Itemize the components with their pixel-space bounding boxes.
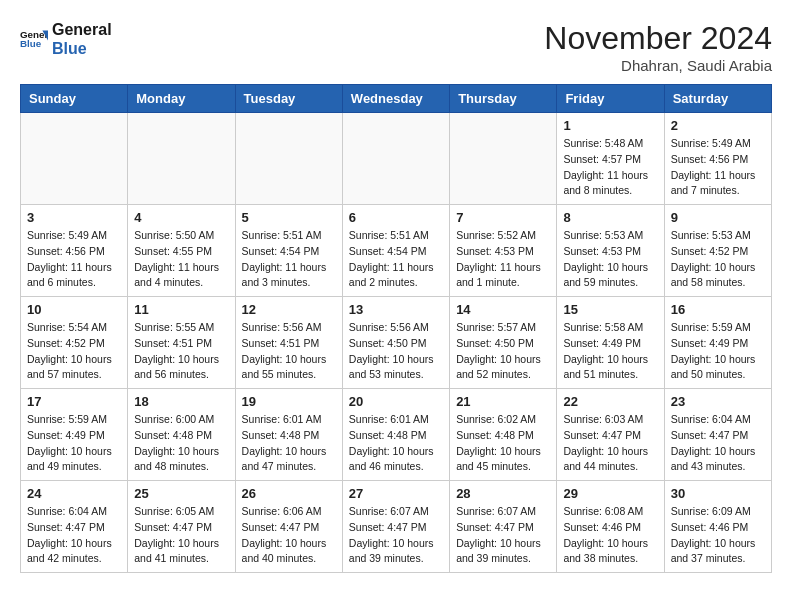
day-number: 23 [671, 394, 765, 409]
day-cell: 1Sunrise: 5:48 AMSunset: 4:57 PMDaylight… [557, 113, 664, 205]
week-row-1: 1Sunrise: 5:48 AMSunset: 4:57 PMDaylight… [21, 113, 772, 205]
day-number: 27 [349, 486, 443, 501]
month-title: November 2024 [544, 20, 772, 57]
day-number: 22 [563, 394, 657, 409]
day-cell: 21Sunrise: 6:02 AMSunset: 4:48 PMDayligh… [450, 389, 557, 481]
day-number: 28 [456, 486, 550, 501]
day-cell: 16Sunrise: 5:59 AMSunset: 4:49 PMDayligh… [664, 297, 771, 389]
day-info: Sunrise: 5:50 AMSunset: 4:55 PMDaylight:… [134, 228, 228, 291]
day-info: Sunrise: 5:53 AMSunset: 4:53 PMDaylight:… [563, 228, 657, 291]
day-info: Sunrise: 6:05 AMSunset: 4:47 PMDaylight:… [134, 504, 228, 567]
day-info: Sunrise: 5:51 AMSunset: 4:54 PMDaylight:… [242, 228, 336, 291]
day-info: Sunrise: 5:51 AMSunset: 4:54 PMDaylight:… [349, 228, 443, 291]
day-cell: 30Sunrise: 6:09 AMSunset: 4:46 PMDayligh… [664, 481, 771, 573]
day-number: 5 [242, 210, 336, 225]
day-info: Sunrise: 6:01 AMSunset: 4:48 PMDaylight:… [349, 412, 443, 475]
day-number: 10 [27, 302, 121, 317]
day-info: Sunrise: 6:08 AMSunset: 4:46 PMDaylight:… [563, 504, 657, 567]
day-info: Sunrise: 5:55 AMSunset: 4:51 PMDaylight:… [134, 320, 228, 383]
day-number: 9 [671, 210, 765, 225]
svg-text:Blue: Blue [20, 39, 42, 50]
logo-text-blue: Blue [52, 39, 112, 58]
col-header-thursday: Thursday [450, 85, 557, 113]
day-number: 17 [27, 394, 121, 409]
day-cell: 23Sunrise: 6:04 AMSunset: 4:47 PMDayligh… [664, 389, 771, 481]
day-cell: 2Sunrise: 5:49 AMSunset: 4:56 PMDaylight… [664, 113, 771, 205]
day-number: 26 [242, 486, 336, 501]
logo: General Blue General Blue [20, 20, 112, 58]
day-number: 19 [242, 394, 336, 409]
day-info: Sunrise: 6:02 AMSunset: 4:48 PMDaylight:… [456, 412, 550, 475]
day-number: 15 [563, 302, 657, 317]
col-header-monday: Monday [128, 85, 235, 113]
day-info: Sunrise: 5:56 AMSunset: 4:51 PMDaylight:… [242, 320, 336, 383]
day-cell: 25Sunrise: 6:05 AMSunset: 4:47 PMDayligh… [128, 481, 235, 573]
day-cell: 29Sunrise: 6:08 AMSunset: 4:46 PMDayligh… [557, 481, 664, 573]
day-info: Sunrise: 5:54 AMSunset: 4:52 PMDaylight:… [27, 320, 121, 383]
day-cell: 26Sunrise: 6:06 AMSunset: 4:47 PMDayligh… [235, 481, 342, 573]
week-row-5: 24Sunrise: 6:04 AMSunset: 4:47 PMDayligh… [21, 481, 772, 573]
day-info: Sunrise: 6:06 AMSunset: 4:47 PMDaylight:… [242, 504, 336, 567]
location: Dhahran, Saudi Arabia [544, 57, 772, 74]
day-info: Sunrise: 5:59 AMSunset: 4:49 PMDaylight:… [27, 412, 121, 475]
day-info: Sunrise: 6:04 AMSunset: 4:47 PMDaylight:… [27, 504, 121, 567]
week-row-4: 17Sunrise: 5:59 AMSunset: 4:49 PMDayligh… [21, 389, 772, 481]
day-info: Sunrise: 6:00 AMSunset: 4:48 PMDaylight:… [134, 412, 228, 475]
day-info: Sunrise: 5:49 AMSunset: 4:56 PMDaylight:… [671, 136, 765, 199]
day-cell: 18Sunrise: 6:00 AMSunset: 4:48 PMDayligh… [128, 389, 235, 481]
day-cell: 19Sunrise: 6:01 AMSunset: 4:48 PMDayligh… [235, 389, 342, 481]
day-cell: 5Sunrise: 5:51 AMSunset: 4:54 PMDaylight… [235, 205, 342, 297]
day-number: 3 [27, 210, 121, 225]
day-info: Sunrise: 5:59 AMSunset: 4:49 PMDaylight:… [671, 320, 765, 383]
day-info: Sunrise: 5:49 AMSunset: 4:56 PMDaylight:… [27, 228, 121, 291]
day-info: Sunrise: 5:53 AMSunset: 4:52 PMDaylight:… [671, 228, 765, 291]
logo-icon: General Blue [20, 25, 48, 53]
day-cell: 9Sunrise: 5:53 AMSunset: 4:52 PMDaylight… [664, 205, 771, 297]
day-info: Sunrise: 5:57 AMSunset: 4:50 PMDaylight:… [456, 320, 550, 383]
day-number: 30 [671, 486, 765, 501]
day-cell: 11Sunrise: 5:55 AMSunset: 4:51 PMDayligh… [128, 297, 235, 389]
day-cell: 17Sunrise: 5:59 AMSunset: 4:49 PMDayligh… [21, 389, 128, 481]
day-number: 14 [456, 302, 550, 317]
day-cell: 24Sunrise: 6:04 AMSunset: 4:47 PMDayligh… [21, 481, 128, 573]
week-row-3: 10Sunrise: 5:54 AMSunset: 4:52 PMDayligh… [21, 297, 772, 389]
day-number: 18 [134, 394, 228, 409]
day-number: 6 [349, 210, 443, 225]
day-number: 29 [563, 486, 657, 501]
day-number: 25 [134, 486, 228, 501]
day-info: Sunrise: 6:07 AMSunset: 4:47 PMDaylight:… [456, 504, 550, 567]
day-info: Sunrise: 5:56 AMSunset: 4:50 PMDaylight:… [349, 320, 443, 383]
day-cell: 27Sunrise: 6:07 AMSunset: 4:47 PMDayligh… [342, 481, 449, 573]
day-number: 2 [671, 118, 765, 133]
day-info: Sunrise: 5:58 AMSunset: 4:49 PMDaylight:… [563, 320, 657, 383]
day-cell: 8Sunrise: 5:53 AMSunset: 4:53 PMDaylight… [557, 205, 664, 297]
day-number: 4 [134, 210, 228, 225]
day-cell: 4Sunrise: 5:50 AMSunset: 4:55 PMDaylight… [128, 205, 235, 297]
page-header: General Blue General Blue November 2024 … [20, 20, 772, 74]
title-area: November 2024 Dhahran, Saudi Arabia [544, 20, 772, 74]
day-cell [235, 113, 342, 205]
day-number: 12 [242, 302, 336, 317]
col-header-sunday: Sunday [21, 85, 128, 113]
day-cell: 14Sunrise: 5:57 AMSunset: 4:50 PMDayligh… [450, 297, 557, 389]
day-cell: 3Sunrise: 5:49 AMSunset: 4:56 PMDaylight… [21, 205, 128, 297]
day-cell: 20Sunrise: 6:01 AMSunset: 4:48 PMDayligh… [342, 389, 449, 481]
col-header-friday: Friday [557, 85, 664, 113]
day-info: Sunrise: 5:52 AMSunset: 4:53 PMDaylight:… [456, 228, 550, 291]
day-number: 7 [456, 210, 550, 225]
day-cell [21, 113, 128, 205]
day-info: Sunrise: 6:04 AMSunset: 4:47 PMDaylight:… [671, 412, 765, 475]
day-cell: 7Sunrise: 5:52 AMSunset: 4:53 PMDaylight… [450, 205, 557, 297]
day-number: 20 [349, 394, 443, 409]
day-number: 13 [349, 302, 443, 317]
logo-text-general: General [52, 20, 112, 39]
day-cell [450, 113, 557, 205]
day-number: 8 [563, 210, 657, 225]
col-header-tuesday: Tuesday [235, 85, 342, 113]
col-header-wednesday: Wednesday [342, 85, 449, 113]
day-cell: 6Sunrise: 5:51 AMSunset: 4:54 PMDaylight… [342, 205, 449, 297]
calendar-table: SundayMondayTuesdayWednesdayThursdayFrid… [20, 84, 772, 573]
day-cell: 13Sunrise: 5:56 AMSunset: 4:50 PMDayligh… [342, 297, 449, 389]
day-info: Sunrise: 6:07 AMSunset: 4:47 PMDaylight:… [349, 504, 443, 567]
day-number: 11 [134, 302, 228, 317]
